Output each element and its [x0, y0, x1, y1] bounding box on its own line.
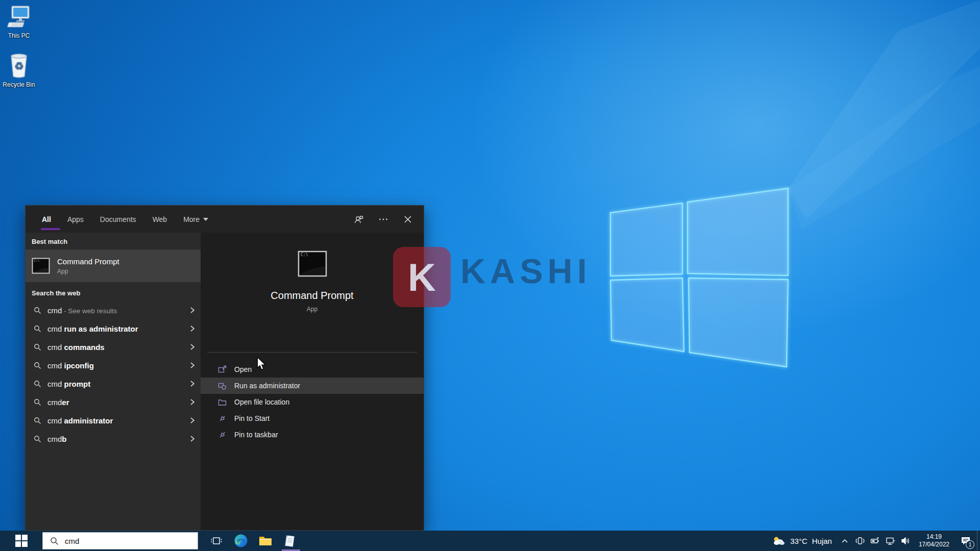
tab-documents[interactable]: Documents [92, 206, 144, 233]
more-dropdown-icon [203, 218, 208, 221]
windows-start-icon [15, 534, 28, 547]
action-open[interactable]: Open [201, 361, 424, 378]
chevron-up-icon[interactable] [837, 538, 852, 543]
close-icon[interactable] [402, 214, 413, 225]
show-desktop-button[interactable] [977, 531, 980, 551]
notification-badge: 1 [966, 540, 974, 549]
chevron-right-icon[interactable] [189, 307, 195, 314]
chevron-right-icon[interactable] [189, 380, 195, 387]
svg-text:♻: ♻ [14, 60, 23, 72]
search-web-header: Search the web [26, 282, 201, 301]
file-explorer-button[interactable] [253, 531, 278, 551]
desktop-icon-this-pc[interactable]: This PC [0, 4, 41, 39]
web-suggestion[interactable]: cmder [26, 393, 201, 411]
battery-icon[interactable] [868, 537, 883, 545]
web-suggestion[interactable]: cmd run as administrator [26, 319, 201, 338]
weather-condition: Hujan [812, 537, 832, 545]
feedback-user-icon[interactable] [353, 214, 364, 225]
folder-icon [218, 398, 227, 407]
pin-icon [218, 414, 227, 423]
tab-all[interactable]: All [34, 206, 59, 233]
search-flyout: All Apps Documents Web More [25, 205, 424, 531]
tab-web[interactable]: Web [144, 206, 176, 233]
suggestion-text: cmd run as administrator [47, 324, 183, 333]
search-icon [34, 398, 41, 406]
taskbar: cmd [0, 531, 980, 551]
best-match-subtitle: App [57, 267, 119, 276]
watermark-logo: K [393, 247, 451, 307]
phone-link-icon[interactable] [852, 536, 868, 545]
command-prompt-icon-large: C:\ [298, 249, 327, 279]
recycle-bin-icon: ♻ [7, 51, 31, 80]
context-actions: Open Run as administrator Open file l [201, 361, 424, 443]
system-tray: 33°C Hujan [767, 531, 980, 551]
search-icon [50, 537, 59, 545]
taskbar-clock[interactable]: 14:19 17/04/2022 [914, 533, 954, 548]
desktop-icon-label: Recycle Bin [0, 81, 41, 88]
notepad-icon [283, 534, 297, 548]
search-results-pane: Best match C:\ Command Prompt App Search… [26, 233, 201, 530]
weather-temp: 33°C [790, 537, 807, 545]
mouse-cursor [256, 357, 267, 372]
start-button[interactable] [0, 531, 42, 551]
clock-time: 14:19 [919, 533, 949, 541]
search-icon [34, 343, 41, 351]
clock-date: 17/04/2022 [919, 541, 949, 548]
open-icon [218, 365, 227, 374]
web-suggestion[interactable]: cmd administrator [26, 411, 201, 430]
web-suggestion[interactable]: cmd prompt [26, 374, 201, 393]
chevron-right-icon[interactable] [189, 362, 195, 369]
desktop-icon-recycle-bin[interactable]: ♻ Recycle Bin [0, 51, 41, 88]
search-tab-bar: All Apps Documents Web More [26, 206, 424, 233]
search-query-text: cmd [65, 537, 79, 545]
suggestion-text: cmdb [47, 435, 183, 443]
suggestion-text: cmd - See web results [47, 306, 183, 315]
chevron-right-icon[interactable] [189, 325, 195, 332]
search-icon [34, 380, 41, 388]
chevron-right-icon[interactable] [189, 417, 195, 424]
divider [207, 352, 417, 353]
web-suggestion[interactable]: cmd ipconfig [26, 356, 201, 374]
ellipsis-icon[interactable] [378, 214, 389, 225]
pin-icon [218, 431, 227, 439]
taskbar-weather[interactable]: 33°C Hujan [767, 536, 837, 546]
web-suggestion[interactable]: cmd commands [26, 338, 201, 356]
taskbar-search-input[interactable]: cmd [42, 532, 198, 549]
action-center-button[interactable]: 1 [954, 531, 977, 551]
file-explorer-icon [258, 534, 273, 548]
action-pin-to-start[interactable]: Pin to Start [201, 410, 424, 427]
action-label: Open file location [234, 398, 289, 406]
suggestion-text: cmd commands [47, 343, 183, 352]
task-view-icon [211, 535, 222, 546]
suggestion-text: cmder [47, 398, 183, 407]
action-pin-to-taskbar[interactable]: Pin to taskbar [201, 427, 424, 443]
action-label: Run as administrator [234, 382, 300, 390]
action-run-as-administrator[interactable]: Run as administrator [201, 378, 424, 394]
command-prompt-icon: C:\ [32, 257, 50, 275]
action-open-file-location[interactable]: Open file location [201, 394, 424, 410]
web-suggestion[interactable]: cmdb [26, 430, 201, 448]
tab-more[interactable]: More [175, 206, 216, 233]
best-match-result[interactable]: C:\ Command Prompt App [26, 249, 201, 282]
notepad-button[interactable] [278, 531, 302, 551]
edge-browser-button[interactable] [229, 531, 253, 551]
chevron-right-icon[interactable] [189, 435, 195, 442]
this-pc-icon [6, 4, 32, 31]
volume-icon[interactable] [898, 537, 914, 545]
best-match-title: Command Prompt [57, 257, 119, 266]
watermark-text: KASHI [460, 251, 592, 291]
weather-cloud-icon [772, 536, 786, 546]
search-icon [34, 307, 41, 314]
search-icon [34, 362, 41, 369]
svg-text:C:\: C:\ [34, 259, 40, 262]
suggestion-text: cmd ipconfig [47, 361, 183, 370]
task-view-button[interactable] [204, 531, 229, 551]
web-suggestion[interactable]: cmd - See web results [26, 301, 201, 319]
chevron-right-icon[interactable] [189, 398, 195, 406]
chevron-right-icon[interactable] [189, 343, 195, 350]
admin-shield-icon [218, 382, 227, 390]
search-icon [34, 435, 41, 443]
tab-apps[interactable]: Apps [59, 206, 92, 233]
edge-icon [234, 534, 248, 548]
network-icon[interactable] [883, 537, 898, 545]
